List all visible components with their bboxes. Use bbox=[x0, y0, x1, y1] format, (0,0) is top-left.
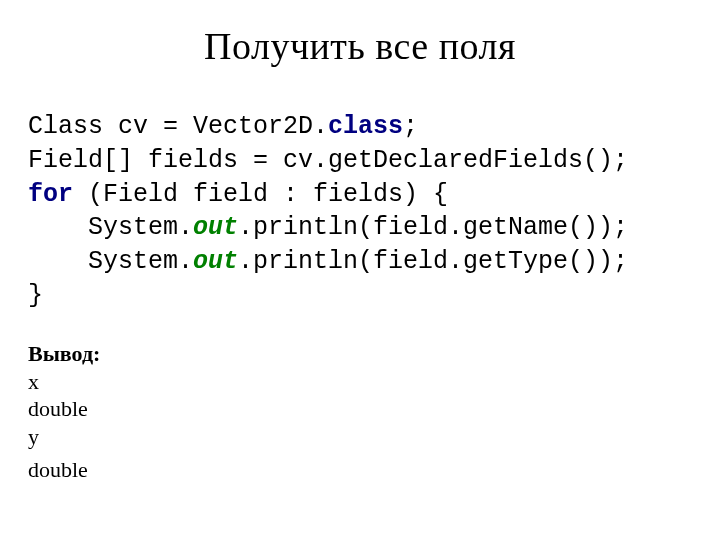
code-line-1: Class cv = Vector2D.class; bbox=[28, 112, 418, 141]
code-text: (Field field : fields) { bbox=[73, 180, 448, 209]
slide-title: Получить все поля bbox=[0, 24, 720, 68]
code-text: System. bbox=[28, 247, 193, 276]
slide: Получить все поля Class cv = Vector2D.cl… bbox=[0, 0, 720, 540]
output-line: double bbox=[28, 456, 100, 484]
output-line: y bbox=[28, 424, 39, 449]
code-block: Class cv = Vector2D.class; Field[] field… bbox=[28, 110, 628, 313]
output-line: double bbox=[28, 396, 88, 421]
code-line-4: System.out.println(field.getName()); bbox=[28, 213, 628, 242]
code-text: System. bbox=[28, 213, 193, 242]
code-line-2: Field[] fields = cv.getDeclaredFields(); bbox=[28, 146, 628, 175]
output-label: Вывод: bbox=[28, 341, 100, 366]
code-line-5: System.out.println(field.getType()); bbox=[28, 247, 628, 276]
code-text: .println(field.getType()); bbox=[238, 247, 628, 276]
keyword-for: for bbox=[28, 180, 73, 209]
keyword-out: out bbox=[193, 213, 238, 242]
output-block: Вывод: x double y double bbox=[28, 340, 100, 484]
code-line-6: } bbox=[28, 281, 43, 310]
code-text: .println(field.getName()); bbox=[238, 213, 628, 242]
code-text: ; bbox=[403, 112, 418, 141]
keyword-class: class bbox=[328, 112, 403, 141]
output-line: x bbox=[28, 369, 39, 394]
code-text: Class cv = Vector2D. bbox=[28, 112, 328, 141]
keyword-out: out bbox=[193, 247, 238, 276]
code-line-3: for (Field field : fields) { bbox=[28, 180, 448, 209]
